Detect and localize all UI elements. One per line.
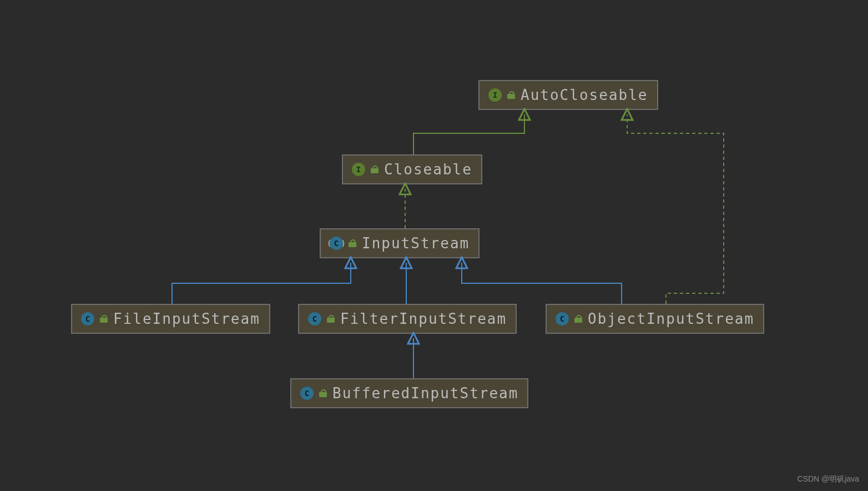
node-label: FileInputStream	[113, 310, 260, 327]
class-icon	[300, 387, 314, 400]
watermark: CSDN @明矾java	[798, 474, 859, 484]
node-label: BufferedInputStream	[332, 385, 518, 402]
node-label: Closeable	[384, 161, 472, 178]
class-icon	[308, 312, 321, 325]
class-icon	[81, 312, 94, 325]
lock-icon	[100, 315, 108, 323]
node-filterinputstream[interactable]: FilterInputStream	[298, 304, 517, 334]
interface-icon	[488, 88, 502, 102]
lock-icon	[319, 389, 327, 397]
node-bufferedinputstream[interactable]: BufferedInputStream	[290, 378, 528, 408]
node-autocloseable[interactable]: AutoCloseable	[478, 80, 658, 110]
lock-icon	[574, 315, 582, 323]
edge-closeable-autocloseable	[413, 114, 524, 154]
class-icon	[556, 312, 569, 325]
node-objectinputstream[interactable]: ObjectInputStream	[546, 304, 764, 334]
edge-objectis-autocloseable	[627, 114, 724, 304]
edge-fileis-inputstream	[172, 263, 351, 304]
lock-icon	[327, 315, 335, 323]
edge-objectis-inputstream	[462, 263, 622, 304]
lock-icon	[349, 239, 356, 247]
node-label: ObjectInputStream	[588, 310, 754, 327]
abstract-class-icon	[330, 237, 343, 250]
node-label: AutoCloseable	[521, 87, 648, 103]
lock-icon	[507, 91, 515, 99]
node-inputstream[interactable]: InputStream	[320, 228, 480, 258]
node-closeable[interactable]: Closeable	[342, 154, 482, 184]
node-label: FilterInputStream	[340, 310, 507, 327]
interface-icon	[352, 163, 365, 176]
lock-icon	[371, 166, 379, 173]
node-label: InputStream	[362, 235, 470, 252]
node-fileinputstream[interactable]: FileInputStream	[71, 304, 270, 334]
